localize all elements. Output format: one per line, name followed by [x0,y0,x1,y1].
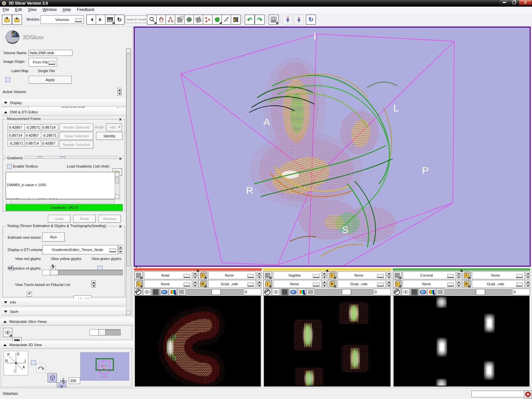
label-layer-button[interactable]: L [393,280,402,288]
slice-visibility-button[interactable] [272,288,280,296]
close-group-icon[interactable] [118,156,123,161]
slice-visibility-button[interactable] [402,288,410,296]
gradients-textbox[interactable]: DWMRI_b-value:= 1000 DWMRI_gradient_0000… [6,172,117,199]
volume-name-input[interactable] [29,50,72,56]
module-refresh-button[interactable] [114,15,124,25]
colors-module-button[interactable] [231,15,241,25]
slice-bar-yellow[interactable] [263,268,391,271]
run-button[interactable]: Run [42,232,65,242]
slice-fit-button[interactable] [419,288,427,296]
label-volume-dropdown[interactable]: None [273,280,322,288]
slice-lightbox-button[interactable] [436,288,444,296]
foreground-volume-dropdown[interactable]: None [208,271,256,279]
modules-dropdown[interactable]: Volumes [41,15,84,24]
slice-pin-button[interactable] [134,288,142,296]
layout-selector-button[interactable] [269,15,279,25]
fiducial-place-button[interactable] [294,15,304,25]
slice-lightbox-button[interactable] [307,288,315,296]
matrix-cell[interactable] [41,132,58,138]
slice-visibility-button[interactable] [3,328,12,337]
volumes-module-button[interactable] [175,15,185,25]
label-spinner[interactable] [457,280,461,288]
undo-gradients-button[interactable]: Undo [48,215,70,223]
background-volume-dropdown[interactable]: Grad...ode [472,280,525,288]
background-layer-button[interactable]: B [199,280,207,288]
slice-lut-button[interactable] [428,288,436,296]
label-volume-dropdown[interactable]: None [144,280,192,288]
label-spinner[interactable] [193,280,198,288]
section-dwi-dti-editor[interactable]: DWI & DTI Editor [1,108,128,116]
slice-offset-slider[interactable] [445,289,512,295]
zoom-percent-input[interactable] [69,377,80,384]
minimize-button[interactable] [499,0,509,5]
matrix-cell[interactable] [24,140,42,146]
cancel-task-button[interactable] [524,390,532,398]
image-origin-dropdown[interactable]: From File [29,58,57,66]
scene-sync-button[interactable] [306,15,316,25]
orientation-spinner[interactable] [457,271,461,279]
label-layer-button[interactable]: L [134,280,143,288]
rotate-view-button[interactable] [36,364,46,373]
3d-view-canvas[interactable]: I A L R P S [135,28,530,266]
slice-lut-button[interactable] [169,288,177,296]
menu-help[interactable]: Help [63,7,71,12]
coronal-slice-image[interactable] [393,296,530,387]
slice-orientation-dropdown[interactable]: Coronal [403,271,456,279]
slice-offset-slider[interactable] [315,289,373,295]
foreground-layer-button[interactable]: F [199,271,207,279]
slice-pin-button[interactable] [263,288,271,296]
spin-view-checkbox[interactable] [31,360,36,365]
section-info[interactable]: Info [1,299,128,306]
matrix-cell[interactable] [41,140,58,146]
swap-selected-button[interactable]: Swap Selected [60,132,93,140]
background-layer-button[interactable]: B [462,280,471,288]
section-save[interactable]: Save [1,308,128,316]
foreground-layer-button[interactable]: F [462,271,471,279]
slice-offset-value[interactable] [513,289,530,295]
matrix-cell[interactable] [24,124,42,130]
matrix-cell[interactable] [41,124,58,130]
slice-link-button[interactable] [134,271,143,279]
foreground-volume-dropdown[interactable]: None [472,271,525,279]
editor-module-button[interactable] [212,15,222,25]
view-tracts-checkbox[interactable] [27,292,32,297]
fiducial-pick-button[interactable] [283,15,293,25]
slice-bar-red[interactable] [134,268,262,271]
label-layer-button[interactable]: L [263,280,272,288]
menu-window[interactable]: Window [43,7,57,12]
active-volume-spinner[interactable] [117,88,122,96]
enable-textbox-checkbox[interactable] [7,164,12,169]
slice-offset-value[interactable] [244,289,261,295]
orientation-compass[interactable]: P S R L I A [4,351,28,375]
apply-button[interactable]: Apply [29,76,72,84]
angle-dropdown[interactable]: +90 [106,123,122,131]
save-scene-button[interactable] [12,15,22,25]
slice-pin-button[interactable] [393,288,401,296]
slice-link-button[interactable] [393,271,402,279]
gradients-hscrollbar[interactable] [6,199,115,203]
background-layer-button[interactable]: B [328,280,336,288]
axial-slice-image[interactable] [135,296,261,387]
slice-visibility-button[interactable] [143,288,151,296]
restore-gradients-button[interactable]: Restore [98,215,121,223]
menu-edit[interactable]: Edit [15,7,22,12]
models-module-button[interactable] [184,15,194,25]
background-volume-dropdown[interactable]: Grad...ode [208,280,256,288]
foreground-spinner[interactable] [257,271,261,279]
view-cube-button[interactable] [48,373,57,382]
matrix-cell[interactable] [8,132,25,138]
dti-volume-spinner[interactable] [118,245,122,254]
section-manipulate-3d-view[interactable]: Manipulate 3D View [1,341,134,349]
menu-view[interactable]: View [28,7,37,12]
orientation-spinner[interactable] [323,271,327,279]
slice-lightbox-button[interactable] [178,288,186,296]
orientation-spinner[interactable] [193,271,198,279]
label-opacity-slider[interactable] [89,329,121,335]
matrix-cell[interactable] [8,124,25,130]
background-spinner[interactable] [526,280,530,288]
redo-button[interactable] [255,15,265,25]
slice-orientation-dropdown[interactable]: Axial [144,271,192,279]
search-button[interactable] [147,15,157,25]
label-map-checkbox[interactable] [5,77,10,82]
slice-offset-value[interactable] [374,289,391,295]
